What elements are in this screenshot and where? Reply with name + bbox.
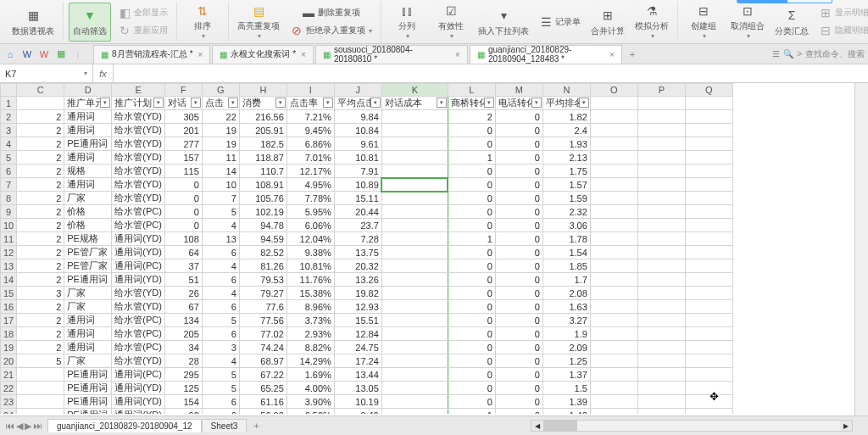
cell[interactable]: 11 — [202, 151, 239, 165]
col-header-P[interactable]: P — [637, 84, 685, 97]
cell[interactable]: 77.6 — [239, 300, 287, 314]
cell[interactable]: 0 — [448, 273, 495, 287]
cell[interactable]: 9.49 — [334, 409, 381, 414]
row-header[interactable]: 14 — [1, 273, 17, 287]
cell[interactable]: 1.7 — [542, 273, 590, 287]
filter-dropdown-icon[interactable]: ▾ — [153, 98, 164, 108]
cell[interactable] — [381, 300, 448, 314]
cell[interactable]: PE通用词 — [64, 409, 112, 414]
cell[interactable]: 1.37 — [542, 368, 590, 382]
cell[interactable]: 0 — [495, 110, 542, 124]
cell[interactable]: 0 — [448, 219, 495, 232]
cell[interactable]: 5 — [202, 205, 239, 219]
cell[interactable] — [637, 246, 685, 259]
cell[interactable] — [637, 341, 685, 354]
cell[interactable] — [637, 137, 685, 151]
cell[interactable]: 0 — [495, 151, 542, 165]
cell[interactable]: 64 — [164, 246, 202, 259]
cell[interactable]: 17.24 — [334, 354, 381, 368]
cell[interactable]: 2 — [17, 341, 64, 354]
cell[interactable]: 0 — [495, 192, 542, 205]
add-tab-button[interactable]: + — [624, 49, 641, 59]
cell[interactable]: 5 — [202, 314, 239, 327]
sheet-tab-active[interactable]: guanjianci_20180829-20180904_12 — [47, 419, 202, 432]
cell[interactable]: 13 — [202, 232, 239, 246]
cell[interactable]: 134 — [164, 314, 202, 327]
cell[interactable] — [685, 314, 732, 327]
cell[interactable]: 2.93% — [287, 327, 334, 341]
cell[interactable]: 5 — [202, 368, 239, 382]
col-header-N[interactable]: N — [542, 84, 590, 97]
cell[interactable]: 2 — [448, 110, 495, 124]
cell[interactable] — [590, 300, 637, 314]
cell[interactable]: 1.63 — [542, 300, 590, 314]
cell[interactable]: 4 — [202, 219, 239, 232]
row-header[interactable]: 23 — [1, 395, 17, 409]
insert-dropdown-button[interactable]: ▾插入下拉列表 — [475, 3, 532, 42]
cell[interactable] — [590, 97, 637, 110]
cell[interactable]: 0 — [495, 232, 542, 246]
cell[interactable]: 通用词(PC) — [112, 368, 165, 382]
cell[interactable]: 0 — [495, 368, 542, 382]
cell[interactable] — [685, 192, 732, 205]
cell[interactable]: 4.00% — [287, 382, 334, 395]
cell[interactable] — [381, 178, 448, 192]
cell[interactable]: 6 — [202, 395, 239, 409]
cell[interactable]: 2 — [17, 300, 64, 314]
cell[interactable]: PE通用词 — [64, 368, 112, 382]
cell[interactable]: 13.75 — [334, 246, 381, 259]
cell[interactable]: 26 — [164, 287, 202, 300]
cell[interactable] — [381, 287, 448, 300]
filter-dropdown-icon[interactable]: ▾ — [323, 98, 333, 108]
cell[interactable]: 0 — [448, 178, 495, 192]
row-header[interactable]: 15 — [1, 287, 17, 300]
row-header[interactable]: 16 — [1, 300, 17, 314]
cell[interactable]: 2 — [17, 165, 64, 178]
cell[interactable]: 10.81 — [334, 151, 381, 165]
cell[interactable]: 67.22 — [239, 368, 287, 382]
col-header-Q[interactable]: Q — [685, 84, 732, 97]
col-header-E[interactable]: E — [112, 84, 165, 97]
cell[interactable]: 10.84 — [334, 124, 381, 137]
cell[interactable] — [637, 273, 685, 287]
cell[interactable] — [381, 151, 448, 165]
cell[interactable] — [637, 192, 685, 205]
cell[interactable]: 3.06 — [542, 219, 590, 232]
close-icon[interactable]: × — [455, 50, 460, 59]
filter-header-cell[interactable]: 商桥转化▾ — [448, 97, 495, 110]
cell[interactable]: 102.19 — [239, 205, 287, 219]
cell[interactable]: 0 — [448, 354, 495, 368]
cell[interactable] — [590, 219, 637, 232]
cell[interactable]: 通用词(YD) — [112, 395, 165, 409]
cell[interactable]: 154 — [164, 395, 202, 409]
cell[interactable]: 给水管(PC) — [112, 327, 165, 341]
fx-button[interactable]: fx — [93, 64, 114, 82]
row-header[interactable]: 22 — [1, 382, 17, 395]
pivot-table-button[interactable]: ▦数据透视表 — [8, 3, 58, 42]
cell[interactable]: 给水管(PC) — [112, 219, 165, 232]
cell[interactable]: 2 — [17, 232, 64, 246]
cell[interactable]: 给水管(YD) — [112, 300, 165, 314]
cell[interactable] — [637, 97, 685, 110]
app-icon-et[interactable]: ▦ — [54, 47, 68, 61]
doc-tab-4[interactable]: ▦guanjianci_20180829-20180904_128483 *× — [470, 45, 622, 64]
cell[interactable]: 7 — [202, 192, 239, 205]
row-header[interactable]: 7 — [1, 178, 17, 192]
cell[interactable]: 0 — [164, 219, 202, 232]
cell[interactable]: 0 — [448, 137, 495, 151]
cell[interactable]: 11.76% — [287, 273, 334, 287]
cell[interactable]: 6.06% — [287, 219, 334, 232]
cell[interactable] — [637, 259, 685, 273]
cell[interactable]: 2 — [17, 124, 64, 137]
cell[interactable] — [381, 368, 448, 382]
cell[interactable]: 0 — [495, 382, 542, 395]
cell[interactable]: 7.78% — [287, 192, 334, 205]
row-header[interactable]: 12 — [1, 246, 17, 259]
cell[interactable] — [17, 409, 64, 414]
cell[interactable] — [590, 259, 637, 273]
cell[interactable]: 2 — [17, 327, 64, 341]
cell[interactable]: 1.75 — [542, 165, 590, 178]
cell[interactable]: 19 — [202, 137, 239, 151]
horizontal-scrollbar[interactable]: ◀ ▶ — [531, 420, 853, 432]
cell[interactable] — [17, 395, 64, 409]
